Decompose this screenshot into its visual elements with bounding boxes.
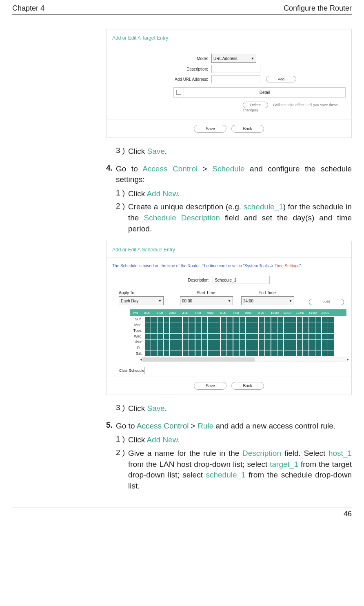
schedule-cell[interactable]	[303, 340, 309, 345]
schedule-cell[interactable]	[158, 345, 163, 351]
save-button[interactable]: Save	[194, 382, 226, 390]
schedule-cell[interactable]	[315, 351, 321, 356]
schedule-cell[interactable]	[277, 345, 283, 351]
mode-select[interactable]: URL Address ▼	[211, 54, 256, 63]
schedule-cell[interactable]	[290, 334, 296, 339]
schedule-cell[interactable]	[265, 322, 271, 328]
schedule-cell[interactable]	[240, 328, 245, 333]
schedule-cell[interactable]	[189, 322, 195, 328]
schedule-cell[interactable]	[227, 340, 233, 345]
schedule-cell[interactable]	[309, 322, 315, 328]
schedule-cell[interactable]	[221, 351, 226, 356]
schedule-cell[interactable]	[252, 334, 258, 339]
schedule-cell[interactable]	[271, 328, 277, 333]
schedule-cell[interactable]	[233, 322, 239, 328]
schedule-cell[interactable]	[189, 328, 195, 333]
schedule-cell[interactable]	[208, 340, 214, 345]
schedule-cell[interactable]	[170, 334, 176, 339]
schedule-cell[interactable]	[284, 340, 290, 345]
schedule-cell[interactable]	[164, 317, 169, 322]
schedule-cell[interactable]	[259, 328, 264, 333]
schedule-cell[interactable]	[322, 351, 328, 356]
scroll-left-icon[interactable]: ◂	[140, 357, 142, 362]
save-button[interactable]: Save	[194, 125, 226, 133]
schedule-cell[interactable]	[170, 328, 176, 333]
schedule-cell[interactable]	[176, 317, 182, 322]
schedule-cell[interactable]	[328, 317, 334, 322]
grid-scrollbar[interactable]: ◂ ▸	[142, 357, 346, 362]
schedule-cell[interactable]	[227, 351, 233, 356]
schedule-cell[interactable]	[322, 317, 328, 322]
schedule-cell[interactable]	[328, 334, 334, 339]
schedule-cell[interactable]	[328, 340, 334, 345]
schedule-cell[interactable]	[221, 328, 226, 333]
schedule-cell[interactable]	[265, 351, 271, 356]
schedule-cell[interactable]	[315, 334, 321, 339]
schedule-cell[interactable]	[265, 340, 271, 345]
schedule-cell[interactable]	[227, 334, 233, 339]
schedule-cell[interactable]	[151, 334, 157, 339]
schedule-cell[interactable]	[233, 328, 239, 333]
schedule-cell[interactable]	[271, 345, 277, 351]
schedule-cell[interactable]	[240, 340, 245, 345]
clear-schedule-button[interactable]: Clear Schedule	[119, 367, 145, 374]
schedule-cell[interactable]	[322, 334, 328, 339]
start-time-select[interactable]: 00:00▼	[180, 296, 233, 305]
schedule-cell[interactable]	[221, 334, 226, 339]
schedule-cell[interactable]	[265, 334, 271, 339]
schedule-cell[interactable]	[252, 328, 258, 333]
schedule-cell[interactable]	[145, 334, 151, 339]
schedule-cell[interactable]	[158, 334, 163, 339]
schedule-cell[interactable]	[277, 328, 283, 333]
schedule-cell[interactable]	[145, 340, 151, 345]
schedule-cell[interactable]	[284, 345, 290, 351]
schedule-cell[interactable]	[214, 317, 220, 322]
schedule-cell[interactable]	[284, 322, 290, 328]
schedule-cell[interactable]	[145, 317, 151, 322]
schedule-cell[interactable]	[221, 317, 226, 322]
schedule-cell[interactable]	[259, 317, 264, 322]
schedule-cell[interactable]	[176, 334, 182, 339]
schedule-cell[interactable]	[183, 340, 189, 345]
schedule-cell[interactable]	[208, 328, 214, 333]
schedule-cell[interactable]	[164, 340, 169, 345]
end-time-select[interactable]: 24:00▼	[241, 296, 294, 305]
schedule-cell[interactable]	[170, 345, 176, 351]
schedule-cell[interactable]	[189, 317, 195, 322]
schedule-cell[interactable]	[252, 351, 258, 356]
schedule-cell[interactable]	[290, 322, 296, 328]
schedule-cell[interactable]	[170, 351, 176, 356]
schedule-cell[interactable]	[195, 322, 201, 328]
schedule-cell[interactable]	[164, 351, 169, 356]
schedule-cell[interactable]	[164, 334, 169, 339]
schedule-cell[interactable]	[214, 328, 220, 333]
schedule-cell[interactable]	[158, 317, 163, 322]
schedule-cell[interactable]	[158, 351, 163, 356]
schedule-cell[interactable]	[183, 345, 189, 351]
schedule-cell[interactable]	[151, 340, 157, 345]
schedule-cell[interactable]	[290, 317, 296, 322]
schedule-cell[interactable]	[303, 351, 309, 356]
schedule-cell[interactable]	[208, 334, 214, 339]
schedule-cell[interactable]	[290, 328, 296, 333]
schedule-cell[interactable]	[202, 351, 207, 356]
time-settings-link[interactable]: Time Settings	[275, 264, 300, 268]
schedule-cell[interactable]	[240, 317, 245, 322]
schedule-cell[interactable]	[202, 322, 207, 328]
schedule-cell[interactable]	[233, 345, 239, 351]
schedule-cell[interactable]	[284, 317, 290, 322]
schedule-cell[interactable]	[303, 345, 309, 351]
sched-desc-input[interactable]	[213, 276, 270, 284]
schedule-cell[interactable]	[297, 334, 302, 339]
schedule-cell[interactable]	[227, 328, 233, 333]
schedule-cell[interactable]	[252, 345, 258, 351]
schedule-cell[interactable]	[290, 351, 296, 356]
schedule-cell[interactable]	[202, 317, 207, 322]
schedule-cell[interactable]	[315, 328, 321, 333]
schedule-cell[interactable]	[195, 340, 201, 345]
schedule-cell[interactable]	[195, 328, 201, 333]
schedule-cell[interactable]	[233, 317, 239, 322]
schedule-cell[interactable]	[176, 351, 182, 356]
scrollbar-thumb[interactable]	[142, 357, 255, 362]
schedule-cell[interactable]	[297, 340, 302, 345]
